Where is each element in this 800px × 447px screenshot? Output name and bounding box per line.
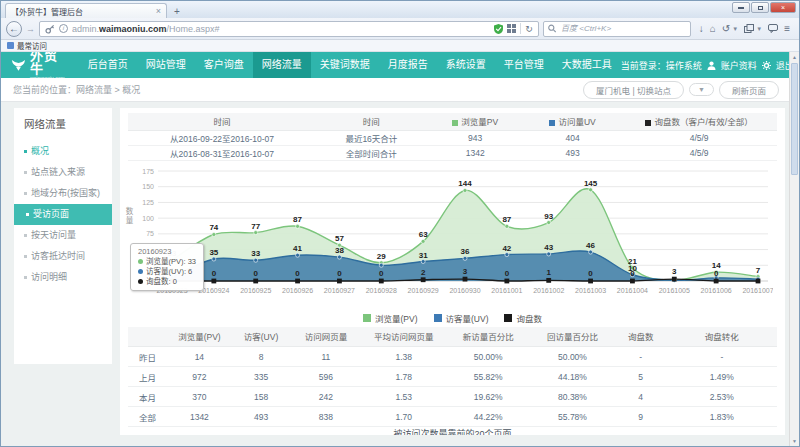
sidebar-item-访问明细[interactable]: 访问明细 <box>24 267 112 288</box>
chart-legend: 浏览量(PV)访客量(UV)询盘数 <box>128 312 777 324</box>
account-link[interactable]: 账户资料 <box>721 59 757 72</box>
chat-icon[interactable] <box>768 24 778 33</box>
window-minimize-button[interactable] <box>732 2 750 13</box>
download-icon[interactable]: ↓ <box>699 23 704 34</box>
nav-item-月度报告[interactable]: 月度报告 <box>379 52 437 78</box>
table-cell: 596 <box>290 367 361 387</box>
traffic-area-chart[interactable]: 0255075100125150175201609232016092420160… <box>128 165 773 311</box>
nav-item-网站管理[interactable]: 网站管理 <box>137 52 195 78</box>
table-cell: 335 <box>232 367 290 387</box>
sidebar-item-按天访问量[interactable]: 按天访问量 <box>24 225 112 246</box>
chevron-down-icon[interactable]: ▼ <box>756 26 762 32</box>
table-cell: 4/5/9 <box>621 130 777 145</box>
search-input[interactable] <box>559 23 686 34</box>
key-icon[interactable] <box>45 24 55 34</box>
back-button[interactable]: ← <box>6 21 22 37</box>
column-header: 询盘转化 <box>667 327 777 347</box>
svg-text:150: 150 <box>142 183 154 190</box>
sidebar-item-label: 概况 <box>31 141 49 162</box>
shield-icon[interactable] <box>494 24 503 34</box>
chart-tooltip: 20160923浏览量(PV): 33访客量(UV): 6询盘数: 0 <box>130 243 204 291</box>
window-maximize-button[interactable] <box>751 2 769 13</box>
menu-icon[interactable]: ≡ <box>784 23 790 34</box>
column-header: 新访量百分比 <box>446 327 530 347</box>
table-cell: 最近16天合计 <box>316 130 426 145</box>
column-header <box>128 327 167 347</box>
column-header: 询盘数 <box>615 327 667 347</box>
sidebar-item-地域分布(按国家)[interactable]: 地域分布(按国家) <box>24 183 112 204</box>
pages-icon[interactable] <box>744 24 754 33</box>
svg-text:41: 41 <box>293 244 302 253</box>
legend-item-浏览量(PV)[interactable]: 浏览量(PV) <box>363 312 418 324</box>
most-visited-icon <box>7 42 14 49</box>
nav-item-系统设置[interactable]: 系统设置 <box>437 52 495 78</box>
new-tab-button[interactable]: + <box>167 6 187 18</box>
svg-text:145: 145 <box>584 178 598 187</box>
sidebar-item-站点链入来源[interactable]: 站点链入来源 <box>24 162 112 183</box>
browser-tab[interactable]: 【外贸牛】管理后台 × <box>5 3 167 18</box>
tooltip-row: 浏览量(PV): 33 <box>138 257 196 267</box>
header-swatch-icon <box>452 120 458 126</box>
table-cell: 370 <box>167 387 232 407</box>
url-text[interactable]: admin.waimaoniu.com/Home.aspx# <box>72 24 490 34</box>
svg-text:0: 0 <box>630 269 635 278</box>
svg-text:63: 63 <box>419 230 428 239</box>
url-bar[interactable]: i admin.waimaoniu.com/Home.aspx# ↻ <box>39 21 539 37</box>
nav-item-客户询盘[interactable]: 客户询盘 <box>195 52 253 78</box>
svg-text:20160927: 20160927 <box>324 287 355 294</box>
browser-toolbar-icons: ↓ ⌂ ↺▼ ▼ ≡ <box>695 23 794 34</box>
scroll-up-arrow[interactable]: ▲ <box>790 52 799 62</box>
legend-swatch-icon <box>504 314 512 322</box>
home-icon[interactable]: ⌂ <box>710 23 716 34</box>
site-switcher-pill[interactable]: 厦门机电 | 切换站点 <box>583 81 684 99</box>
browser-titlebar: 【外贸牛】管理后台 × + × <box>1 1 799 18</box>
table-cell: 4/5/9 <box>621 145 777 160</box>
svg-text:77: 77 <box>251 221 260 230</box>
nav-item-平台管理[interactable]: 平台管理 <box>495 52 553 78</box>
history-icon[interactable]: ↺ <box>722 23 730 34</box>
nav-item-后台首页[interactable]: 后台首页 <box>79 52 137 78</box>
tab-close-icon[interactable]: × <box>156 6 161 16</box>
table-cell: 943 <box>427 130 524 145</box>
svg-text:125: 125 <box>142 198 154 205</box>
sidebar-item-label: 访客抵达时间 <box>31 246 85 267</box>
table-cell: 493 <box>232 407 290 427</box>
stats-table: 浏览量(PV)访客(UV)访问网页量平均访问网页量新访量百分比回访量百分比询盘数… <box>128 327 777 428</box>
legend-item-询盘数[interactable]: 询盘数 <box>504 312 542 324</box>
svg-text:7: 7 <box>756 265 761 274</box>
table-cell: 158 <box>232 387 290 407</box>
legend-swatch-icon <box>434 314 442 322</box>
search-box[interactable] <box>543 21 691 37</box>
info-icon[interactable]: i <box>59 24 68 33</box>
table-cell: 55.78% <box>530 407 614 427</box>
sidebar: 网络流量 概况站点链入来源地域分布(按国家)受访页面按天访问量访客抵达时间访问明… <box>14 108 112 364</box>
svg-text:20160925: 20160925 <box>240 287 271 294</box>
tooltip-series-dot <box>138 279 143 284</box>
column-header: 时间 <box>128 113 316 130</box>
svg-text:74: 74 <box>209 223 218 232</box>
table-cell: 9 <box>615 407 667 427</box>
logo[interactable]: 外贸牛 waimaoniu.com <box>1 52 79 78</box>
column-header: 平均访问网页量 <box>362 327 446 347</box>
nav-item-关键词数据[interactable]: 关键词数据 <box>311 52 379 78</box>
window-close-button[interactable]: × <box>770 2 796 13</box>
sidebar-item-受访页面[interactable]: 受访页面 <box>14 204 112 225</box>
page-scrollbar[interactable]: ▲ ▼ <box>789 52 799 446</box>
login-label: 当前登录：操作系统 <box>621 59 702 72</box>
forward-button[interactable]: → <box>26 24 35 34</box>
scroll-thumb[interactable] <box>791 63 798 175</box>
sidebar-item-访客抵达时间[interactable]: 访客抵达时间 <box>24 246 112 267</box>
scroll-down-arrow[interactable]: ▼ <box>790 436 799 446</box>
svg-text:31: 31 <box>419 250 428 259</box>
grid-icon[interactable] <box>507 24 516 33</box>
most-visited-label[interactable]: 最常访问 <box>17 40 47 51</box>
legend-item-访客量(UV)[interactable]: 访客量(UV) <box>434 312 489 324</box>
refresh-page-button[interactable]: 刷新页面 <box>719 81 779 99</box>
chevron-down-icon[interactable]: ▼ <box>732 26 738 32</box>
refresh-icon[interactable]: ↻ <box>525 24 533 34</box>
nav-item-大数据工具[interactable]: 大数据工具 <box>553 52 621 78</box>
sidebar-item-概况[interactable]: 概况 <box>24 141 112 162</box>
site-switcher-caret[interactable]: ▼ <box>689 83 714 96</box>
nav-item-网络流量[interactable]: 网络流量 <box>253 52 311 78</box>
table-cell: 493 <box>524 145 621 160</box>
